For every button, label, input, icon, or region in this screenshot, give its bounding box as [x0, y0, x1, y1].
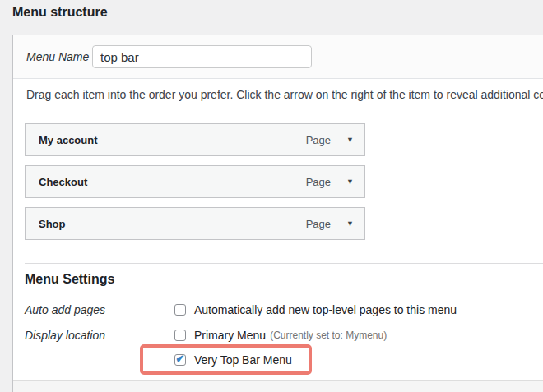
primary-menu-checkbox-label[interactable]: Primary Menu	[194, 329, 266, 342]
display-location-label: Display location	[25, 329, 174, 342]
auto-add-pages-checkbox[interactable]: ✔	[174, 304, 186, 316]
menu-item-my-account[interactable]: My account Page ▼	[25, 123, 365, 156]
menu-item-meta: Page ▼	[306, 176, 354, 188]
menu-name-label: Menu Name	[26, 50, 92, 63]
primary-menu-current-note: (Currently set to: Mymenu)	[270, 330, 387, 341]
menu-item-type: Page	[306, 176, 331, 188]
menu-item-type: Page	[306, 218, 331, 230]
drag-instructions: Drag each item into the order you prefer…	[26, 88, 543, 101]
chevron-down-icon[interactable]: ▼	[346, 178, 354, 186]
auto-add-pages-row: Auto add pages ✔ Automatically add new t…	[25, 302, 457, 317]
menu-item-label: Checkout	[39, 176, 87, 188]
chevron-down-icon[interactable]: ▼	[346, 136, 354, 144]
menu-item-meta: Page ▼	[306, 134, 354, 146]
very-top-bar-menu-row: ✔ Very Top Bar Menu	[25, 353, 292, 367]
menu-item-meta: Page ▼	[306, 218, 354, 230]
primary-menu-checkbox[interactable]: ✔	[174, 330, 186, 341]
chevron-down-icon[interactable]: ▼	[346, 220, 354, 228]
very-top-bar-menu-checkbox[interactable]: ✔	[174, 354, 186, 366]
menu-item-label: Shop	[39, 218, 66, 230]
auto-add-pages-label: Auto add pages	[25, 303, 174, 316]
menu-name-input[interactable]	[92, 45, 312, 68]
menu-item-checkout[interactable]: Checkout Page ▼	[25, 165, 365, 198]
menu-name-row: Menu Name	[13, 35, 543, 79]
checkmark-icon: ✔	[175, 353, 185, 365]
display-location-row: Display location ✔ Primary Menu (Current…	[25, 328, 387, 343]
auto-add-pages-checkbox-label[interactable]: Automatically add new top-level pages to…	[194, 303, 457, 316]
menu-item-label: My account	[39, 134, 98, 146]
menu-item-type: Page	[306, 134, 331, 146]
very-top-bar-menu-checkbox-label[interactable]: Very Top Bar Menu	[194, 353, 292, 367]
menu-settings-title: Menu Settings	[25, 272, 114, 287]
page-title: Menu structure	[12, 5, 108, 20]
menu-editor-screen: Menu structure Menu Name Drag each item …	[0, 0, 543, 392]
section-divider	[25, 263, 543, 264]
panel-footer	[13, 380, 543, 392]
menu-item-shop[interactable]: Shop Page ▼	[25, 207, 365, 240]
menu-structure-panel: Menu Name Drag each item into the order …	[12, 35, 543, 392]
